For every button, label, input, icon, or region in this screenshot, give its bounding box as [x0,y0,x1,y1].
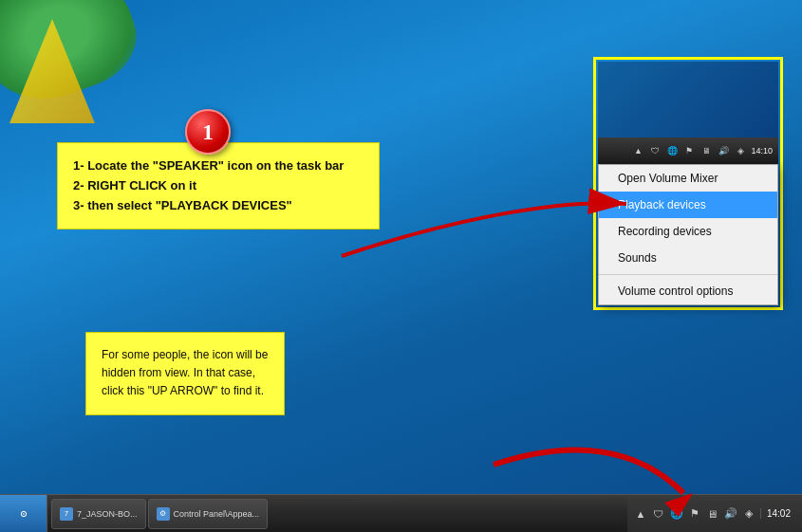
taskbar-item-1[interactable]: ⚙ Control Panel\Appea... [148,499,269,529]
taskbar-items: 7 7_JASON-BO... ⚙ Control Panel\Appea... [47,499,627,529]
context-menu-item-volume-control[interactable]: Volume control options [599,278,777,304]
mini-clock-display: 14:10 [751,146,773,156]
start-orb: ⊙ [20,509,28,519]
context-menu-border: ▲ 🛡 🌐 ⚑ 🖥 🔊 ◈ 14:10 Open Volume Mixer Pl… [593,57,783,310]
taskbar-item-icon-0: 7 [60,507,73,521]
systray-icons: ▲ 🛡 🌐 ⚑ 🖥 🔊 ◈ [633,506,756,522]
context-menu-item-playback[interactable]: Playback devices [599,192,777,218]
mini-shield-icon: 🛡 [648,144,662,157]
mini-desktop-preview [598,62,778,138]
systray-shield-icon[interactable]: 🛡 [651,506,666,522]
taskbar-clock: 14:02 [760,508,796,519]
arrow-to-playback [342,203,626,256]
mini-monitor-icon: 🖥 [699,144,713,157]
start-button[interactable]: ⊙ [0,495,47,533]
mini-taskbar: ▲ 🛡 🌐 ⚑ 🖥 🔊 ◈ 14:10 [598,138,778,164]
context-menu-label-volume-control: Volume control options [618,284,733,298]
context-menu-label-playback: Playback devices [618,198,706,211]
context-menu-item-recording[interactable]: Recording devices [599,218,777,245]
context-menu-label-recording: Recording devices [618,225,712,238]
mini-google-icon: ◈ [734,144,747,157]
instruction-box-2: For some people, the icon will be hidden… [85,332,285,415]
step-number-label: 1 [202,119,214,145]
arrow-to-taskbar-curve [494,450,683,493]
systray: ▲ 🛡 🌐 ⚑ 🖥 🔊 ◈ 14:02 [627,495,802,533]
mini-up-arrow-icon: ▲ [631,144,644,157]
systray-network-icon[interactable]: 🌐 [669,506,684,522]
context-menu-area: ▲ 🛡 🌐 ⚑ 🖥 🔊 ◈ 14:10 Open Volume Mixer Pl… [593,57,783,310]
context-menu: Open Volume Mixer Playback devices Recor… [598,164,778,305]
systray-volume-icon[interactable]: 🔊 [723,506,738,522]
systray-flag-icon[interactable]: ⚑ [687,506,702,522]
mini-network-icon: 🌐 [665,144,679,157]
taskbar-item-0[interactable]: 7 7_JASON-BO... [51,499,146,529]
mini-flag-icon: ⚑ [682,144,696,157]
taskbar-item-icon-1: ⚙ [157,507,170,521]
taskbar-item-label-0: 7_JASON-BO... [77,509,138,519]
instruction-box-1: 1- Locate the "SPEAKER" icon on the task… [57,142,380,229]
context-menu-item-volume-mixer[interactable]: Open Volume Mixer [599,165,777,192]
systray-drive-icon[interactable]: ◈ [741,506,756,522]
instruction-line-3: 3- then select "PLAYBACK DEVICES" [73,196,364,216]
taskbar-item-label-1: Control Panel\Appea... [174,509,260,519]
context-menu-separator [599,274,777,275]
systray-up-arrow[interactable]: ▲ [633,506,648,522]
step-number-circle: 1 [185,109,231,155]
mini-volume-icon: 🔊 [717,144,730,157]
taskbar: ⊙ 7 7_JASON-BO... ⚙ Control Panel\Appea.… [0,494,802,532]
instruction-box-2-text: For some people, the icon will be hidden… [102,348,268,397]
instruction-line-2: 2- RIGHT CLICK on it [73,176,364,196]
context-menu-label-sounds: Sounds [618,251,657,265]
context-menu-item-sounds[interactable]: Sounds [599,245,777,271]
instruction-line-1: 1- Locate the "SPEAKER" icon on the task… [73,156,364,176]
systray-monitor-icon[interactable]: 🖥 [705,506,720,522]
context-menu-label-volume-mixer: Open Volume Mixer [618,172,718,185]
